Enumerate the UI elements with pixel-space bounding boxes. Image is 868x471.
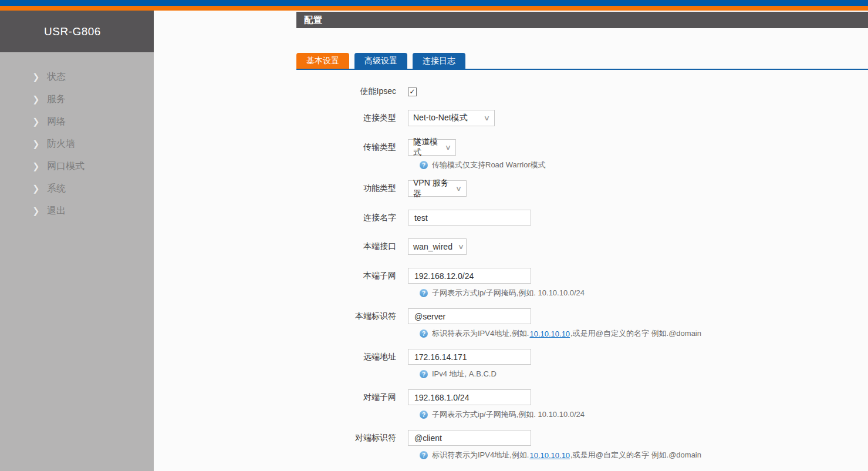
field-label: 传输类型 <box>296 142 408 153</box>
form-row-connection-type: 连接类型 Net-to-Net模式 <box>296 110 868 126</box>
field-label: 本端接口 <box>296 241 408 252</box>
field-label: 对端子网 <box>296 392 408 403</box>
enable-ipsec-checkbox[interactable] <box>408 88 417 96</box>
sidebar-item-label: 防火墙 <box>47 138 75 150</box>
field-hint: 子网表示方式ip/子网掩码,例如. 10.10.10.0/24 <box>420 409 868 420</box>
sidebar-item-system[interactable]: 系统 <box>0 177 154 200</box>
hint-text: 子网表示方式ip/子网掩码,例如. 10.10.10.0/24 <box>432 409 585 420</box>
field-label: 连接类型 <box>296 113 408 123</box>
peer-subnet-input[interactable] <box>408 389 531 405</box>
help-icon <box>420 451 428 459</box>
chevron-right-icon <box>32 94 47 105</box>
chevron-down-icon <box>445 143 451 152</box>
field-hint: 标识符表示为IPV4地址,例如. 10.10.10.10,或是用@自定义的名字 … <box>420 328 868 339</box>
tab-bar: 基本设置 高级设置 连接日志 <box>296 53 868 70</box>
tab-advanced-settings[interactable]: 高级设置 <box>354 53 407 69</box>
form-row-remote-address: 远端地址 IPv4 地址, A.B.C.D <box>296 349 868 379</box>
sidebar-item-port-mode[interactable]: 网口模式 <box>0 155 154 177</box>
field-hint: IPv4 地址, A.B.C.D <box>420 369 868 379</box>
tab-connection-log[interactable]: 连接日志 <box>413 53 465 69</box>
sidebar-item-status[interactable]: 状态 <box>0 66 154 88</box>
sidebar-item-label: 网口模式 <box>47 160 85 173</box>
chevron-right-icon <box>32 139 47 149</box>
connection-name-input[interactable] <box>408 210 531 226</box>
sidebar-item-label: 网络 <box>47 116 66 128</box>
connection-type-select[interactable]: Net-to-Net模式 <box>408 110 495 126</box>
sidebar-item-label: 退出 <box>47 205 66 217</box>
select-value: Net-to-Net模式 <box>413 113 468 123</box>
sidebar-item-firewall[interactable]: 防火墙 <box>0 133 154 155</box>
sidebar-menu: 状态 服务 网络 防火墙 网口模式 系统 退出 <box>0 52 154 471</box>
hint-text: ,或是用@自定义的名字 例如.@domain <box>570 328 701 339</box>
transport-type-select[interactable]: 隧道模式 <box>408 139 456 156</box>
local-identifier-input[interactable] <box>408 308 531 324</box>
field-label: 连接名字 <box>296 213 408 223</box>
sidebar-item-label: 服务 <box>47 93 66 106</box>
check-icon <box>409 88 415 95</box>
field-label: 远端地址 <box>296 352 408 362</box>
field-hint: 传输模式仅支持Road Warrior模式 <box>420 160 868 170</box>
help-icon <box>420 161 428 169</box>
field-label: 对端标识符 <box>296 433 408 443</box>
local-subnet-input[interactable] <box>408 268 531 284</box>
top-accent-bar-orange <box>0 6 868 11</box>
form-row-local-subnet: 本端子网 子网表示方式ip/子网掩码,例如. 10.10.10.0/24 <box>296 268 868 298</box>
field-label: 功能类型 <box>296 183 408 194</box>
chevron-right-icon <box>32 72 47 82</box>
hint-text: ,或是用@自定义的名字 例如.@domain <box>570 450 701 460</box>
form-row-peer-identifier: 对端标识符 标识符表示为IPV4地址,例如. 10.10.10.10,或是用@自… <box>296 430 868 460</box>
tab-label: 高级设置 <box>364 56 397 66</box>
page-title: 配置 <box>304 15 323 26</box>
chevron-down-icon <box>484 114 490 122</box>
hint-text: IPv4 地址, A.B.C.D <box>432 369 497 379</box>
help-icon <box>420 370 428 378</box>
select-value: wan_wired <box>413 242 452 251</box>
help-icon <box>420 289 428 297</box>
select-value: VPN 服务器 <box>413 178 450 199</box>
hint-text: 标识符表示为IPV4地址,例如. <box>432 450 529 460</box>
chevron-down-icon <box>455 184 462 193</box>
form-row-local-identifier: 本端标识符 标识符表示为IPV4地址,例如. 10.10.10.10,或是用@自… <box>296 308 868 339</box>
chevron-right-icon <box>32 116 47 127</box>
chevron-right-icon <box>32 206 47 216</box>
tab-label: 基本设置 <box>306 56 339 66</box>
sidebar: USR-G806 状态 服务 网络 防火墙 网口模式 系统 退出 <box>0 11 154 471</box>
help-icon <box>420 329 428 338</box>
hint-link[interactable]: 10.10.10.10 <box>529 329 570 338</box>
hint-link[interactable]: 10.10.10.10 <box>529 451 570 460</box>
sidebar-item-services[interactable]: 服务 <box>0 88 154 110</box>
form-row-connection-name: 连接名字 <box>296 210 868 226</box>
hint-text: 标识符表示为IPV4地址,例如. <box>432 328 529 339</box>
sidebar-item-network[interactable]: 网络 <box>0 110 154 133</box>
sidebar-item-logout[interactable]: 退出 <box>0 200 154 222</box>
tab-basic-settings[interactable]: 基本设置 <box>296 53 349 69</box>
hint-text: 传输模式仅支持Road Warrior模式 <box>432 160 546 170</box>
hint-text: 子网表示方式ip/子网掩码,例如. 10.10.10.0/24 <box>432 288 585 298</box>
field-label: 本端标识符 <box>296 311 408 322</box>
form-row-transport-type: 传输类型 隧道模式 传输模式仅支持Road Warrior模式 <box>296 139 868 170</box>
top-accent-bar-blue <box>0 0 868 6</box>
chevron-right-icon <box>32 161 47 171</box>
peer-identifier-input[interactable] <box>408 430 531 446</box>
field-hint: 子网表示方式ip/子网掩码,例如. 10.10.10.0/24 <box>420 288 868 298</box>
remote-address-input[interactable] <box>408 349 531 365</box>
page-title-bar: 配置 <box>296 12 868 28</box>
form-row-local-interface: 本端接口 wan_wired <box>296 238 868 255</box>
chevron-right-icon <box>32 183 47 194</box>
device-title-label: USR-G806 <box>44 25 101 38</box>
local-interface-select[interactable]: wan_wired <box>408 238 467 255</box>
select-value: 隧道模式 <box>413 137 440 158</box>
form-row-peer-subnet: 对端子网 子网表示方式ip/子网掩码,例如. 10.10.10.0/24 <box>296 389 868 420</box>
ipsec-settings-form: 使能Ipsec 连接类型 Net-to-Net模式 <box>296 70 868 460</box>
field-hint: 标识符表示为IPV4地址,例如. 10.10.10.10,或是用@自定义的名字 … <box>420 450 868 460</box>
sidebar-item-label: 系统 <box>47 183 66 195</box>
function-type-select[interactable]: VPN 服务器 <box>408 180 467 197</box>
tab-label: 连接日志 <box>423 56 455 66</box>
form-row-enable-ipsec: 使能Ipsec <box>296 86 868 97</box>
field-label: 本端子网 <box>296 271 408 281</box>
help-icon <box>420 411 428 419</box>
main-area: 配置 基本设置 高级设置 连接日志 使能Ipsec <box>154 11 868 471</box>
field-label: 使能Ipsec <box>296 86 408 97</box>
chevron-down-icon <box>458 243 464 251</box>
form-row-function-type: 功能类型 VPN 服务器 <box>296 180 868 197</box>
